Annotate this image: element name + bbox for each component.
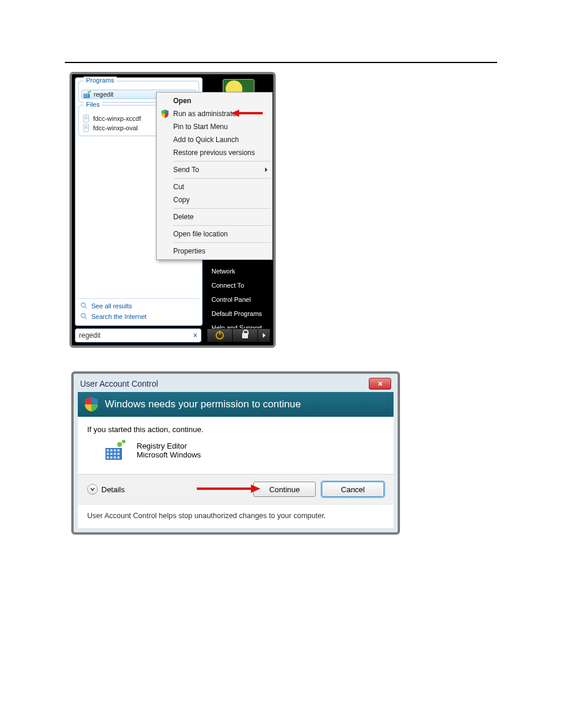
file-result-label: fdcc-winxp-xccdf [93,115,141,122]
menu-item-open-location[interactable]: Open file location [157,228,272,241]
power-button[interactable] [207,328,233,342]
svg-rect-3 [87,94,88,95]
menu-item-send-to-label: Send To [173,166,199,174]
clear-search-icon[interactable]: × [193,331,197,340]
svg-point-19 [81,314,85,318]
menu-item-properties[interactable]: Properties [157,245,272,258]
svg-marker-39 [251,485,260,493]
details-label: Details [101,485,125,494]
annotation-arrow-icon [196,484,260,493]
menu-separator [173,242,271,243]
right-link-default-programs[interactable]: Default Programs [207,307,270,321]
svg-line-18 [85,307,87,309]
svg-rect-32 [107,456,109,459]
search-icon [80,302,88,310]
menu-item-copy[interactable]: Copy [157,193,272,206]
files-legend: Files [84,101,102,108]
menu-item-pin[interactable]: Pin to Start Menu [157,120,272,133]
svg-rect-25 [110,449,113,452]
uac-actions: Details Continue Cancel [78,474,394,504]
svg-rect-12 [85,118,88,119]
svg-rect-15 [85,127,88,127]
svg-rect-28 [107,453,109,455]
svg-point-7 [88,91,90,94]
svg-point-37 [122,440,125,443]
svg-point-17 [81,303,85,307]
search-internet-label: Search the Internet [91,313,147,320]
lock-icon [242,333,248,338]
menu-item-send-to[interactable]: Send To [157,163,272,176]
uac-body: If you started this action, continue. Re… [78,417,394,474]
search-input-value: regedit [79,331,193,340]
start-menu-search-input[interactable]: regedit × [75,328,201,342]
svg-rect-34 [114,456,116,459]
see-all-results-label: See all results [91,302,132,309]
svg-rect-2 [85,94,87,95]
uac-banner-text: Windows needs your permission to continu… [105,398,301,410]
svg-rect-5 [85,96,87,97]
uac-footer-text: User Account Control helps stop unauthor… [78,504,394,528]
menu-separator [173,178,271,179]
details-toggle[interactable]: Details [87,484,125,495]
svg-rect-30 [114,453,116,455]
search-icon [80,312,88,321]
svg-rect-6 [87,96,88,97]
svg-rect-29 [110,453,113,455]
menu-item-cut[interactable]: Cut [157,180,272,193]
right-link-network[interactable]: Network [207,264,270,278]
menu-separator [173,225,271,226]
svg-point-8 [90,90,91,92]
cancel-button[interactable]: Cancel [322,482,384,497]
svg-line-20 [85,317,87,319]
results-footer: See all results Search the Internet [75,294,202,325]
svg-rect-35 [117,456,120,459]
uac-prompt: If you started this action, continue. [87,425,384,434]
menu-item-open[interactable]: Open [157,94,272,107]
svg-rect-4 [84,96,85,97]
menu-item-delete[interactable]: Delete [157,210,272,223]
menu-separator [173,208,271,209]
programs-legend: Programs [84,77,117,84]
uac-dialog: User Account Control ✕ Windows needs you… [71,371,400,535]
program-result-label: regedit [94,91,114,98]
svg-rect-16 [85,128,88,129]
close-icon: ✕ [378,380,383,388]
regedit-icon [83,90,91,98]
menu-item-restore[interactable]: Restore previous versions [157,146,272,159]
svg-rect-27 [117,449,120,452]
uac-program-name: Registry Editor [137,442,201,450]
start-menu-window: Programs regedit Files fdcc-winxp-xccdf [70,72,276,348]
svg-rect-26 [114,449,116,452]
shutdown-options-button[interactable] [258,328,270,342]
regedit-icon [105,440,126,461]
menu-separator [173,161,271,162]
chevron-down-icon [87,484,98,495]
uac-titlebar: User Account Control ✕ [78,378,394,392]
uac-banner: Windows needs your permission to continu… [78,392,394,417]
close-button[interactable]: ✕ [369,378,391,390]
see-all-results-link[interactable]: See all results [78,301,200,311]
lock-button[interactable] [233,328,258,342]
menu-item-run-as-admin-label: Run as administrator [173,110,239,118]
uac-program-info: Registry Editor Microsoft Windows [105,440,384,461]
svg-rect-10 [85,117,88,117]
page-rule-top [65,62,497,63]
shield-icon [160,109,170,118]
svg-marker-22 [231,110,239,117]
svg-rect-24 [107,449,109,452]
right-link-control-panel[interactable]: Control Panel [207,292,270,307]
continue-button[interactable]: Continue [253,482,316,497]
svg-rect-1 [84,94,85,95]
svg-rect-14 [85,126,88,127]
annotation-arrow-icon [231,109,264,117]
document-icon [82,124,91,132]
chevron-right-icon [263,333,266,338]
right-link-connect-to[interactable]: Connect To [207,278,270,292]
submenu-arrow-icon [265,167,267,172]
svg-rect-31 [117,453,120,455]
document-icon [82,114,91,123]
menu-item-quick-launch[interactable]: Add to Quick Launch [157,133,272,146]
shield-icon [84,397,99,412]
search-internet-link[interactable]: Search the Internet [78,311,200,322]
uac-publisher: Microsoft Windows [137,450,201,459]
